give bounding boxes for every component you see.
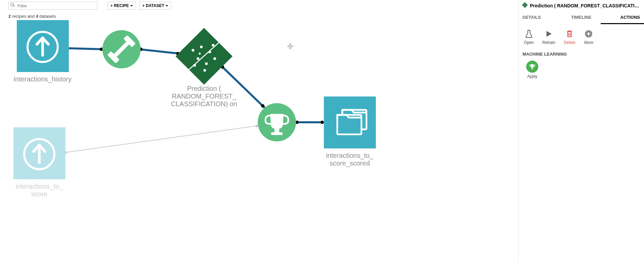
svg-point-33	[212, 44, 214, 47]
open-label: Open	[524, 40, 534, 45]
panel-title: Prediction ( RANDOM_FOREST_CLASSIFICATIO…	[530, 3, 641, 8]
dataset-interactions-to-score-scored[interactable]	[324, 96, 376, 148]
node-label: interactions_history	[9, 75, 76, 83]
svg-point-16	[255, 125, 258, 127]
flow-canvas[interactable]: interactions_history Prediction ( RANDOM…	[0, 0, 518, 263]
svg-rect-50	[531, 69, 533, 69]
plus-circle-icon	[584, 29, 594, 39]
recipe-train[interactable]	[102, 30, 141, 68]
apply-label: Apply	[527, 74, 537, 79]
tab-actions[interactable]: ACTIONS	[601, 11, 644, 24]
play-icon	[544, 29, 554, 39]
more-label: More	[584, 40, 593, 45]
svg-point-32	[203, 69, 206, 72]
delete-action[interactable]: Delete	[564, 29, 576, 45]
flask-icon	[524, 29, 534, 39]
dataset-interactions-to-score[interactable]	[13, 127, 65, 179]
svg-point-27	[200, 46, 203, 48]
svg-rect-37	[271, 132, 283, 135]
side-panel: Prediction ( RANDOM_FOREST_CLASSIFICATIO…	[518, 0, 644, 263]
dataset-interactions-history[interactable]	[17, 20, 69, 72]
svg-line-2	[67, 48, 104, 49]
svg-point-46	[525, 5, 526, 6]
move-cursor-icon	[287, 43, 294, 51]
retrain-action[interactable]: Retrain	[542, 29, 555, 45]
tab-details[interactable]: DETAILS	[518, 11, 562, 24]
ml-section-header: MACHINE LEARNING	[518, 47, 644, 59]
svg-point-28	[205, 62, 208, 65]
model-prediction[interactable]	[176, 28, 233, 85]
open-action[interactable]: Open	[524, 29, 534, 45]
svg-rect-43	[522, 2, 528, 8]
svg-point-25	[192, 49, 194, 52]
svg-point-31	[193, 64, 196, 67]
svg-point-26	[197, 57, 199, 60]
svg-point-30	[213, 57, 216, 60]
recipe-score[interactable]	[258, 103, 296, 141]
svg-point-10	[261, 104, 264, 108]
svg-rect-36	[275, 128, 279, 132]
svg-point-13	[320, 121, 324, 124]
svg-line-14	[65, 126, 258, 152]
svg-point-44	[524, 4, 524, 5]
svg-point-34	[199, 53, 201, 55]
svg-rect-49	[532, 67, 533, 68]
node-label: Prediction ( RANDOM_FOREST_ CLASSIFICATI…	[170, 85, 238, 108]
flow-graph	[0, 0, 518, 263]
retrain-label: Retrain	[542, 40, 555, 45]
svg-point-45	[525, 4, 525, 4]
svg-point-29	[208, 51, 211, 53]
tab-timeline[interactable]: TIMELINE	[562, 11, 601, 24]
svg-line-5	[139, 49, 180, 54]
apply-action[interactable]: Apply	[524, 61, 541, 79]
trash-icon	[564, 29, 575, 39]
model-icon	[522, 2, 528, 9]
trophy-icon	[526, 61, 538, 73]
svg-point-47	[524, 6, 525, 6]
node-label: interactions_to_ score	[6, 183, 73, 198]
delete-label: Delete	[564, 40, 576, 45]
more-action[interactable]: More	[584, 29, 594, 45]
node-label: interactions_to_ score_scored	[316, 152, 383, 167]
